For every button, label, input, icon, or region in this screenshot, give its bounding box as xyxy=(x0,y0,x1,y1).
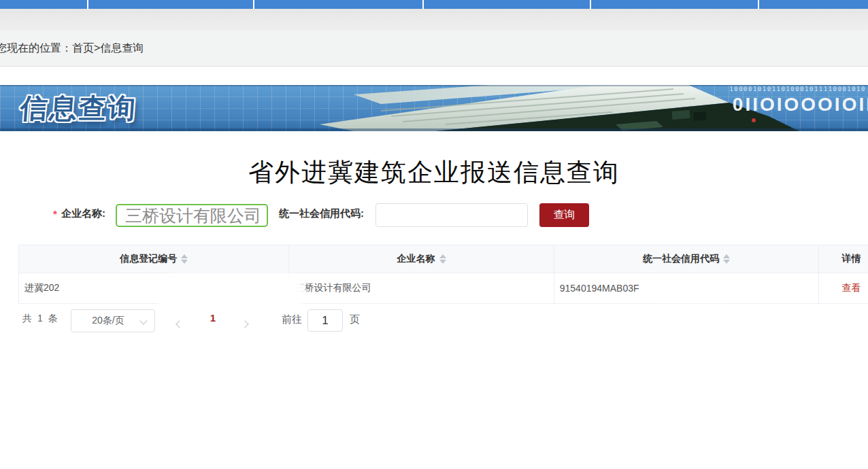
column-header-detail: 详情 xyxy=(819,245,868,273)
binary-digits-small: 10000101011010001011110001010 xyxy=(729,86,866,92)
prev-page-button[interactable] xyxy=(174,316,185,332)
sort-caret-icon[interactable] xyxy=(439,254,446,264)
breadcrumb-bar: 您现在的位置：首页>信息查询 xyxy=(0,31,868,67)
goto-page-input[interactable] xyxy=(307,309,343,332)
page-size-value: 20条/页 xyxy=(92,315,124,327)
goto-label: 前往 xyxy=(282,313,302,326)
breadcrumb-separator: > xyxy=(94,42,100,54)
next-page-button[interactable] xyxy=(239,316,250,332)
cell-detail: 查看 xyxy=(819,273,868,303)
view-detail-link[interactable]: 查看 xyxy=(842,282,861,294)
banner-bottom-edge xyxy=(0,128,868,131)
banner: 信息查询 10000101011010001011110001010 0IIOI… xyxy=(0,85,868,131)
breadcrumb: 您现在的位置：首页>信息查询 xyxy=(0,41,144,56)
company-name-input[interactable] xyxy=(116,204,268,227)
page-size-select[interactable]: 20条/页 xyxy=(71,309,155,332)
sort-caret-icon[interactable] xyxy=(181,254,188,264)
redaction-blur xyxy=(155,274,306,313)
chevron-down-icon xyxy=(139,317,147,324)
header-band xyxy=(0,9,868,31)
binary-digits-large: 0IIOIOOOIOII xyxy=(733,94,868,116)
nav-separator xyxy=(87,0,88,9)
banner-title: 信息查询 xyxy=(19,90,139,127)
nav-separator xyxy=(590,0,591,9)
nav-separator xyxy=(422,0,424,9)
table-row: 进冀202 三桥设计有限公司 91540194MAB03F 查看 xyxy=(18,273,868,304)
results-table: 信息登记编号 企业名称 统一社会信用代码 详情 进冀202 三桥设计有限公司 9… xyxy=(18,245,868,304)
nav-separator xyxy=(758,0,759,9)
current-page-number[interactable]: 1 xyxy=(203,312,223,324)
chevron-right-icon xyxy=(241,320,248,328)
company-name-label: 企业名称: xyxy=(61,207,105,220)
breadcrumb-current: 信息查询 xyxy=(100,42,144,54)
credit-code-label: 统一社会信用代码: xyxy=(279,207,364,220)
table-header-row: 信息登记编号 企业名称 统一社会信用代码 详情 xyxy=(18,245,868,273)
top-nav-bar xyxy=(0,0,868,9)
redaction-blur xyxy=(648,275,736,303)
chevron-left-icon xyxy=(176,320,183,328)
banner-top-edge xyxy=(0,85,868,86)
credit-code-input[interactable] xyxy=(375,203,528,227)
column-header-reg-no[interactable]: 信息登记编号 xyxy=(19,245,289,273)
breadcrumb-home-link[interactable]: 首页 xyxy=(72,42,94,54)
search-button[interactable]: 查询 xyxy=(539,203,589,227)
pagination-total: 共 1 条 xyxy=(22,313,59,325)
nav-separator xyxy=(253,0,254,9)
breadcrumb-prefix: 您现在的位置： xyxy=(0,42,72,54)
page-title: 省外进冀建筑企业报送信息查询 xyxy=(0,156,868,190)
sort-caret-icon[interactable] xyxy=(723,254,730,264)
required-asterisk: * xyxy=(53,208,57,220)
page-unit-label: 页 xyxy=(350,313,360,326)
column-header-credit-code[interactable]: 统一社会信用代码 xyxy=(554,245,819,273)
cell-company: 三桥设计有限公司 xyxy=(289,273,554,303)
column-header-company[interactable]: 企业名称 xyxy=(289,245,554,273)
